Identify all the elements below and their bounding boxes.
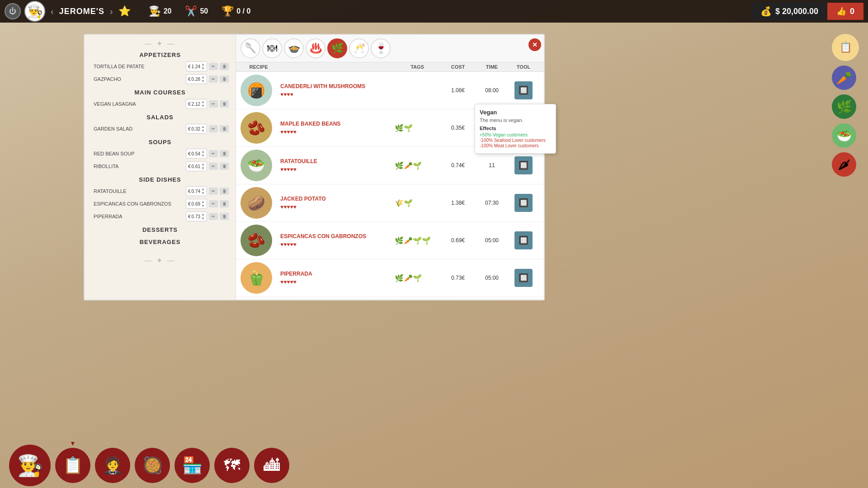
chef-avatar: 👨‍🍳 [24,1,45,22]
topbar-right: 💰 $ 20,000.00 👍 0 [751,2,863,20]
price-box[interactable]: € 0.61 ▲▼ [186,161,207,171]
delete-button[interactable]: 🗑 [220,213,229,220]
close-button[interactable]: ✕ [528,38,541,51]
bottom-menu-button[interactable]: 📋 [55,448,90,483]
edit-button[interactable]: ✏ [209,200,218,207]
nav-prev-arrow[interactable]: ‹ [49,6,56,17]
edit-button[interactable]: ✏ [209,213,218,220]
recipe-name: ESPICANCAS CON GABRONZOS [280,233,391,239]
tooltip-title: Vegan [480,109,551,116]
recipe-image: 🫘 [241,112,272,144]
category-beverages: BEVERAGES [85,235,236,247]
price-value: 2.12 [192,102,200,107]
sidebar-menu-icon[interactable]: 📋 [832,34,859,61]
deco-bottom: — ✦ — [85,256,236,265]
price-arrows[interactable]: ▲▼ [201,187,205,195]
recipe-name: MAPLE BAKED BEANS [280,121,391,127]
sidebar-vegan-icon[interactable]: 🌿 [832,94,856,119]
tool-icon: 🔲 [514,231,533,249]
delete-button[interactable]: 🗑 [220,150,229,157]
edit-button[interactable]: ✏ [209,63,218,70]
recipe-name: JACKED POTATO [280,196,391,202]
price-value: 0.61 [192,164,200,169]
tab-wine[interactable]: 🥂 [349,38,369,58]
edit-button[interactable]: ✏ [209,163,218,170]
edit-button[interactable]: ✏ [209,150,218,157]
sidebar-carrot-icon[interactable]: 🥕 [832,66,856,90]
vegan-tooltip: Vegan The menu is vegan. Effects +50% Ve… [475,104,556,154]
thumb-icon: 👍 [836,6,846,16]
price-box[interactable]: € 0.74 ▲▼ [186,186,207,196]
nav-next-arrow[interactable]: › [108,6,115,17]
recipe-header: RECIPE TAGS COST TIME TOOL [236,62,544,72]
price-box[interactable]: € 0.69 ▲▼ [186,199,207,209]
recipe-name: CANEDERLI WITH MUSHROOMS [280,83,391,89]
price-box[interactable]: € 0.32 ▲▼ [186,124,207,134]
delete-button[interactable]: 🗑 [220,100,229,108]
delete-button[interactable]: 🗑 [220,125,229,132]
recipe-tags: 🌿🥕🌱 [395,161,440,170]
bottom-city-button[interactable]: 🏙 [254,448,289,483]
price-arrows[interactable]: ▲▼ [201,212,205,221]
price-arrows[interactable]: ▲▼ [201,62,205,70]
edit-button[interactable]: ✏ [209,75,218,83]
price-box[interactable]: € 0.54 ▲▼ [186,149,207,159]
item-name: RED BEAN SOUP [94,151,184,156]
price-value: 0.54 [192,151,200,156]
restaurant-name: JEROME'S [59,7,104,16]
recipe-tool: 🔲 [508,269,539,287]
item-name: ESPICANCAS CON GABRONZOS [94,201,184,206]
sidebar-salad-icon[interactable]: 🥗 [832,123,856,148]
recipe-image: 🥗 [241,150,272,181]
category-appetizers: APPETIZERS [85,48,236,60]
price-arrows[interactable]: ▲▼ [201,125,205,133]
recipe-hearts: ♥♥♥♥♥ [280,129,391,135]
edit-button[interactable]: ✏ [209,100,218,108]
tool-icon: 🔲 [514,156,533,174]
recipe-hearts: ♥♥♥♥♥ [280,166,391,173]
price-box[interactable]: € 0.73 ▲▼ [186,211,207,221]
bottom-pot-button[interactable]: 🥘 [135,448,170,483]
tab-steam[interactable]: ♨️ [306,38,326,58]
star-icon[interactable]: ⭐ [118,5,131,17]
menu-left-panel: — ✦ — APPETIZERS TORTILLA DE PATATE € 1.… [85,35,236,300]
item-name: GAZPACHO [94,76,184,82]
tab-spoon[interactable]: 🥄 [241,38,260,58]
recipe-hearts: ♥♥♥♥♥ [280,241,391,248]
price-arrows[interactable]: ▲▼ [201,200,205,208]
delete-button[interactable]: 🗑 [220,188,229,195]
tab-bottle[interactable]: 🍷 [371,38,391,58]
chef-stat: 👨‍🍳 20 [149,5,172,17]
sidebar-pepper-icon[interactable]: 🌶 [832,152,856,177]
tab-plate[interactable]: 🍽 [262,38,282,58]
price-box[interactable]: € 1.24 ▲▼ [186,61,207,71]
chef-hat-icon: 👨‍🍳 [149,5,161,17]
recipe-time: 11 [476,162,508,169]
tab-bowl[interactable]: 🍲 [284,38,304,58]
edit-button[interactable]: ✏ [209,188,218,195]
tab-drumstick[interactable]: 🌿 [327,38,347,58]
category-side-dishes: SIDE DISHES [85,173,236,185]
bottom-map-button[interactable]: 🗺 [214,448,250,483]
price-box[interactable]: € 0.28 ▲▼ [186,74,207,84]
delete-button[interactable]: 🗑 [220,75,229,83]
delete-button[interactable]: 🗑 [220,63,229,70]
recipe-info: MAPLE BAKED BEANS ♥♥♥♥♥ [277,121,395,135]
item-name: TORTILLA DE PATATE [94,64,184,69]
power-button[interactable]: ⏻ [5,3,21,19]
price-value: 0.69 [192,202,200,206]
recipe-tool: 🔲 [508,156,539,174]
recipe-hearts: ♥♥♥♥♥ [280,279,391,285]
price-arrows[interactable]: ▲▼ [201,150,205,158]
bottom-shop-button[interactable]: 🏪 [175,448,210,483]
delete-button[interactable]: 🗑 [220,200,229,207]
price-arrows[interactable]: ▲▼ [201,162,205,170]
recipe-time: 05:00 [476,275,508,281]
price-box[interactable]: € 2.12 ▲▼ [186,99,207,109]
delete-button[interactable]: 🗑 [220,163,229,170]
bottom-waiter-button[interactable]: 🤵 [95,448,130,483]
price-arrows[interactable]: ▲▼ [201,100,205,108]
bottom-chef-button[interactable]: 👨‍🍳 [9,445,51,486]
price-arrows[interactable]: ▲▼ [201,75,205,83]
edit-button[interactable]: ✏ [209,125,218,132]
